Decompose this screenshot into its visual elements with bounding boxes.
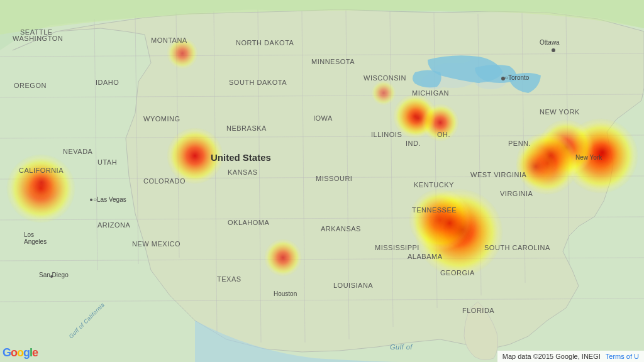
map-attribution: Map data ©2015 Google, INEGI Terms of U bbox=[497, 351, 644, 362]
map-svg bbox=[0, 0, 644, 362]
svg-point-29 bbox=[90, 199, 92, 201]
svg-point-27 bbox=[552, 48, 555, 52]
svg-point-28 bbox=[50, 275, 53, 278]
map-container: Seattle WASHINGTON OREGON CALIFORNIA NEV… bbox=[0, 0, 644, 362]
terms-of-use-link[interactable]: Terms of U bbox=[606, 353, 639, 360]
map-data-text: Map data ©2015 Google, INEGI bbox=[502, 353, 601, 360]
google-logo: Google bbox=[3, 346, 38, 359]
svg-point-26 bbox=[501, 77, 505, 80]
